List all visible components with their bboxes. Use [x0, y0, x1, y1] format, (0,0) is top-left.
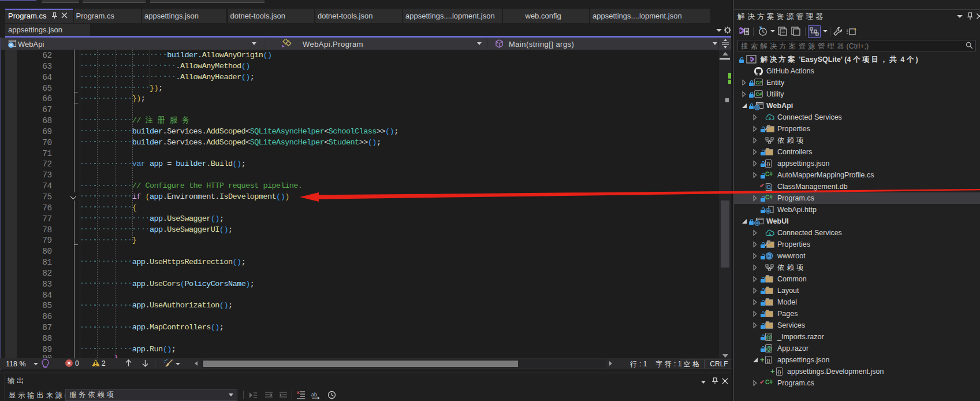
svg-text:ab: ab	[311, 392, 317, 398]
